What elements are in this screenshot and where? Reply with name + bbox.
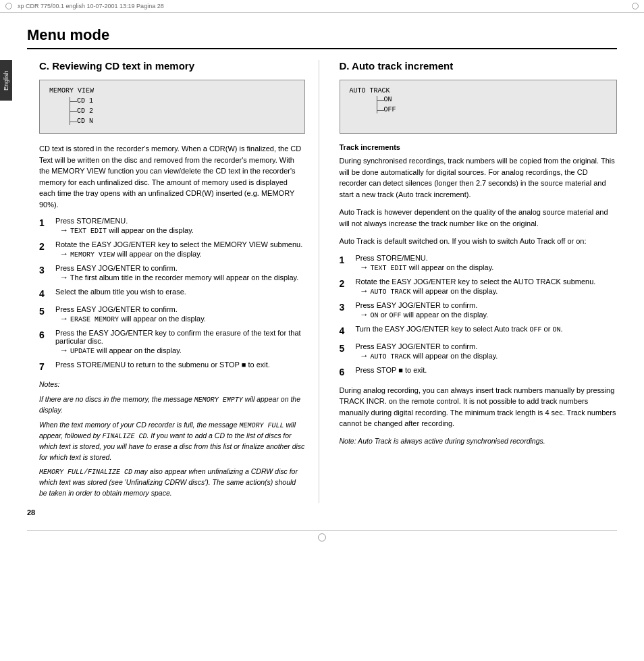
step-d-5: 5 Press EASY JOG/ENTER to confirm. → AUT…: [340, 342, 618, 361]
diagram-c-item-1: CD 1: [77, 97, 295, 105]
section-c-steps: 1 Press STORE/MENU. → TEXT EDIT will app…: [39, 217, 305, 373]
step-c-2: 2 Rotate the EASY JOG/ENTER key to selec…: [39, 240, 305, 259]
col-right: D. Auto track increment AUTO TRACK ON OF…: [340, 60, 618, 454]
step-c-4: 4 Select the album title you wish to era…: [39, 288, 305, 300]
bottom-divider: [27, 530, 617, 531]
section-c-intro: CD text is stored in the recorder's memo…: [39, 143, 305, 210]
diagram-c-children: CD 1 CD 2 CD N: [70, 97, 295, 125]
header-strip: xp CDR 775/00.1 english 10-07-2001 13:19…: [0, 0, 644, 13]
header-meta-text: xp CDR 775/00.1 english 10-07-2001 13:19…: [18, 3, 164, 9]
section-d-title: D. Auto track increment: [340, 60, 454, 72]
diagram-d-items: ON OFF: [384, 96, 396, 113]
note-3: MEMORY FULL/FINALIZE CD may also appear …: [39, 467, 305, 499]
step-d-4: 4 Turn the EASY JOG/ENTER key to select …: [340, 325, 618, 337]
diagram-d-branch-line: ON OFF: [377, 96, 396, 113]
section-c-notes: Notes: If there are no discs in the memo…: [39, 379, 305, 499]
col-left: C. Reviewing CD text in memory MEMORY VI…: [27, 60, 319, 503]
diagram-c-item-2: CD 2: [77, 107, 295, 115]
section-d-para3: Auto Track is default switched on. If yo…: [340, 236, 618, 247]
section-d-note-final: Note: Auto Track is always active during…: [340, 436, 618, 447]
track-increments-title: Track increments: [340, 143, 618, 151]
header-circle-left: [5, 3, 12, 9]
step-c-5: 5 Press EASY JOG/ENTER to confirm. → ERA…: [39, 305, 305, 323]
diagram-d-on: ON: [384, 96, 396, 103]
two-column-layout: C. Reviewing CD text in memory MEMORY VI…: [27, 60, 617, 503]
step-d-6: 6 Press STOP ■ to exit.: [340, 366, 618, 378]
note-1: If there are no discs in the memory, the…: [39, 394, 305, 416]
section-c-header: C. Reviewing CD text in memory: [39, 60, 305, 72]
diagram-d-branch: ON OFF: [377, 96, 608, 113]
section-d-para-after: During analog recording, you can always …: [340, 385, 618, 429]
step-c-6: 6 Press the EASY JOG/ENTER key to confir…: [39, 329, 305, 355]
step-d-2: 2 Rotate the EASY JOG/ENTER key to selec…: [340, 277, 618, 296]
note-2: When the text memory of your CD recorder…: [39, 420, 305, 463]
header-circle-right: [632, 3, 639, 9]
section-c-diagram: MEMORY VIEW CD 1 CD 2 CD N: [39, 80, 305, 134]
page-number: 28: [27, 508, 35, 517]
diagram-c-item-n: CD N: [77, 117, 295, 125]
step-d-1: 1 Press STORE/MENU. → TEXT EDIT will app…: [340, 254, 618, 272]
diagram-c-root: MEMORY VIEW: [49, 87, 295, 95]
section-d-diagram: AUTO TRACK ON OFF: [340, 80, 618, 134]
section-d-header: D. Auto track increment: [340, 60, 618, 72]
step-c-7: 7 Press STORE/MENU to return to the subm…: [39, 361, 305, 373]
notes-label: Notes:: [39, 379, 305, 390]
language-tab: English: [0, 60, 12, 101]
step-d-3: 3 Press EASY JOG/ENTER to confirm. → ON …: [340, 301, 618, 319]
page-title: Menu mode: [27, 26, 617, 49]
col-left-inner: C. Reviewing CD text in memory MEMORY VI…: [39, 60, 305, 499]
section-d-para2: Auto Track is however dependent on the q…: [340, 207, 618, 229]
section-d-steps: 1 Press STORE/MENU. → TEXT EDIT will app…: [340, 254, 618, 378]
step-c-3: 3 Press EASY JOG/ENTER to confirm. → The…: [39, 264, 305, 282]
step-c-1: 1 Press STORE/MENU. → TEXT EDIT will app…: [39, 217, 305, 235]
page-wrapper: English Menu mode C. Reviewing CD text i…: [0, 13, 644, 530]
diagram-d-root: AUTO TRACK: [350, 87, 608, 95]
section-d-intro: During synchronised recordings, track nu…: [340, 155, 618, 200]
bottom-circle: [318, 533, 326, 541]
diagram-d-off: OFF: [384, 106, 396, 113]
section-c-title: C. Reviewing CD text in memory: [39, 60, 194, 72]
